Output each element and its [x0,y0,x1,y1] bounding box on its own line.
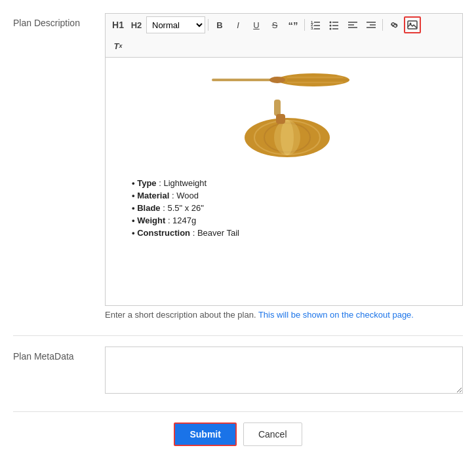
divider-2 [13,411,463,412]
italic-button[interactable]: I [229,16,247,33]
svg-text:3.: 3. [311,26,314,30]
form-buttons: Submit Cancel [13,422,463,446]
metadata-textarea[interactable] [105,347,463,394]
spec-construction: Construction : Beaver Tail [132,228,239,238]
svg-point-6 [330,22,332,24]
toolbar-divider-3 [382,19,383,31]
underline-button[interactable]: U [248,16,265,33]
divider-1 [13,335,463,336]
plan-description-content: H1 H2 Normal Heading 1 Heading 2 Heading… [105,13,463,320]
quote-button[interactable]: “” [285,16,302,33]
editor-toolbar-row2: Tx [105,36,463,57]
plan-metadata-label: Plan MetaData [13,347,105,364]
align-right-button[interactable] [363,16,380,33]
format-select[interactable]: Normal Heading 1 Heading 2 Heading 3 [146,16,205,33]
align-left-button[interactable] [344,16,361,33]
paddle-bottom-svg [212,100,356,159]
submit-button[interactable]: Submit [174,422,236,446]
svg-point-31 [281,120,294,155]
h1-button[interactable]: H1 [109,16,127,33]
image-button[interactable] [404,16,421,33]
link-button[interactable] [386,16,403,33]
spec-blade: Blade : 5.5" x 26" [132,203,239,213]
editor-toolbar-row1: H1 H2 Normal Heading 1 Heading 2 Heading… [105,13,463,36]
specs-list: Type : Lightweight Material : Wood Blade… [132,178,239,240]
spec-material: Material : Wood [132,191,239,200]
checkout-link: This will be shown on the checkout page. [258,310,414,320]
plan-metadata-row: Plan MetaData [13,347,463,396]
toolbar-divider-1 [208,19,208,31]
plan-description-row: Plan Description H1 H2 Normal Heading 1 … [13,13,463,320]
spec-type: Type : Lightweight [132,178,239,188]
unordered-list-button[interactable] [326,16,343,33]
toolbar-divider-2 [304,19,305,31]
help-text: Enter a short description about the plan… [105,310,463,320]
editor-area[interactable]: Type : Lightweight Material : Wood Blade… [105,57,463,306]
plan-description-label: Plan Description [13,13,105,30]
h2-button[interactable]: H2 [128,16,145,33]
svg-rect-26 [274,100,281,116]
bold-button[interactable]: B [211,16,228,33]
paddle-images [212,71,356,159]
svg-point-10 [330,28,332,30]
svg-point-25 [269,77,285,83]
clear-format-button[interactable]: Tx [109,37,127,54]
spec-weight: Weight : 1247g [132,216,239,225]
ordered-list-button[interactable]: 1. 2. 3. [307,16,325,33]
plan-metadata-content [105,347,463,396]
paddle-top-svg [212,71,356,89]
strikethrough-button[interactable]: S [266,16,283,33]
svg-rect-32 [276,114,285,124]
svg-point-8 [330,25,332,27]
cancel-button[interactable]: Cancel [243,422,302,446]
